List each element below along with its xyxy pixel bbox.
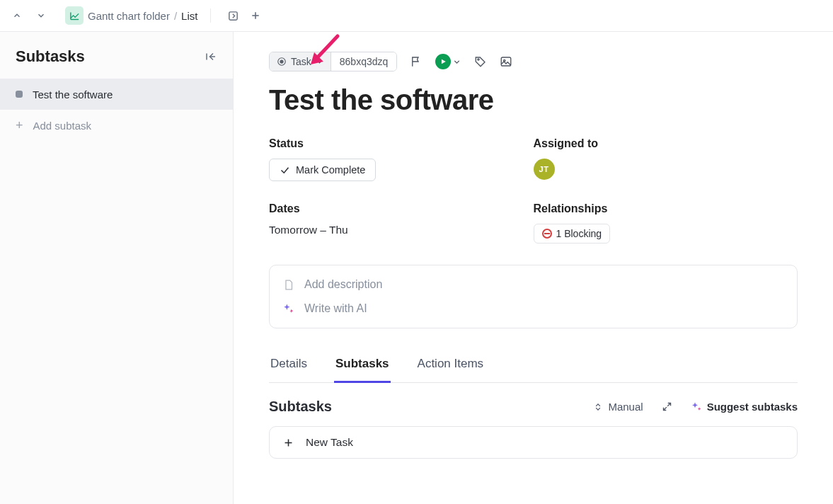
subtasks-sidebar: Subtasks Test the software + Add subtask — [0, 32, 234, 504]
new-task-label: New Task — [306, 436, 353, 449]
sidebar-item-label: Test the software — [33, 88, 113, 101]
task-type-dropdown[interactable]: Task — [270, 52, 331, 71]
field-assigned-to: Assigned to JT — [534, 137, 798, 181]
divider — [210, 8, 211, 23]
task-id[interactable]: 86bxq3dzq — [331, 52, 397, 71]
svg-point-8 — [280, 59, 283, 63]
breadcrumb-separator: / — [174, 10, 177, 22]
document-icon — [282, 279, 294, 291]
svg-marker-9 — [442, 59, 446, 64]
sidebar-item-test-the-software[interactable]: Test the software — [0, 79, 233, 110]
task-type-label: Task — [291, 56, 311, 67]
ai-sparkle-icon — [282, 303, 294, 315]
tag-icon[interactable] — [474, 55, 487, 68]
task-fields: Status Mark Complete Assigned to JT Date… — [269, 137, 798, 244]
time-tracking-button[interactable] — [435, 54, 461, 69]
field-status: Status Mark Complete — [269, 137, 534, 181]
task-title[interactable]: Test the software — [269, 84, 798, 116]
status-dot-icon — [16, 91, 23, 98]
collapse-sidebar-icon[interactable] — [205, 50, 217, 63]
field-dates: Dates Tomorrow – Thu — [269, 202, 534, 244]
mark-complete-button[interactable]: Mark Complete — [269, 159, 376, 181]
blocking-icon — [542, 229, 552, 239]
subtasks-actions: Manual Suggest subtasks — [593, 401, 798, 413]
task-panel: Task 86bxq3dzq — [234, 32, 833, 504]
top-bar: Gantt chart folder / List — [0, 0, 833, 32]
sort-label: Manual — [608, 401, 643, 413]
svg-rect-11 — [502, 57, 512, 66]
description-box: Add description Write with AI — [269, 265, 798, 328]
add-subtask-button[interactable]: + Add subtask — [0, 110, 233, 141]
subtasks-header: Subtasks Manual Suggest subtasks — [269, 399, 798, 415]
play-icon — [435, 54, 451, 69]
task-type-id-chip: Task 86bxq3dzq — [269, 52, 397, 71]
dates-value[interactable]: Tomorrow – Thu — [269, 224, 534, 236]
write-with-ai-label: Write with AI — [304, 302, 367, 315]
open-external-icon[interactable] — [224, 6, 242, 25]
subtasks-heading: Subtasks — [269, 399, 332, 415]
tab-subtasks[interactable]: Subtasks — [334, 357, 391, 383]
image-icon[interactable] — [500, 55, 512, 68]
suggest-subtasks-button[interactable]: Suggest subtasks — [691, 401, 798, 413]
blocking-chip[interactable]: 1 Blocking — [534, 224, 611, 244]
breadcrumb-current[interactable]: List — [181, 10, 197, 22]
suggest-label: Suggest subtasks — [707, 401, 798, 413]
relationships-label: Relationships — [534, 202, 798, 215]
sidebar-title: Subtasks — [16, 47, 85, 66]
chevron-down-icon[interactable] — [452, 57, 461, 67]
svg-point-10 — [478, 59, 479, 60]
status-label: Status — [269, 137, 534, 150]
add-description-row[interactable]: Add description — [275, 273, 791, 297]
folder-icon[interactable] — [65, 6, 84, 25]
tab-details[interactable]: Details — [269, 357, 309, 382]
expand-icon[interactable] — [662, 401, 672, 412]
blocking-text: 1 Blocking — [556, 228, 602, 239]
assignee-avatar[interactable]: JT — [534, 159, 555, 180]
breadcrumb[interactable]: Gantt chart folder / List — [88, 10, 197, 22]
add-description-label: Add description — [304, 278, 382, 291]
assigned-label: Assigned to — [534, 137, 798, 150]
field-relationships: Relationships 1 Blocking — [534, 202, 798, 244]
breadcrumb-folder[interactable]: Gantt chart folder — [88, 10, 170, 22]
nav-up-icon[interactable] — [7, 6, 27, 25]
dates-label: Dates — [269, 202, 534, 215]
task-toolbar: Task 86bxq3dzq — [269, 52, 798, 71]
sort-dropdown[interactable]: Manual — [593, 401, 643, 413]
add-tab-icon[interactable] — [246, 6, 265, 25]
add-subtask-label: Add subtask — [33, 120, 92, 132]
tab-action-items[interactable]: Action Items — [416, 357, 486, 382]
svg-rect-0 — [229, 11, 237, 19]
flag-icon[interactable] — [410, 55, 423, 68]
mark-complete-label: Mark Complete — [296, 164, 365, 176]
nav-down-icon[interactable] — [31, 6, 51, 25]
task-tabs: Details Subtasks Action Items — [269, 357, 798, 383]
new-task-button[interactable]: New Task — [269, 426, 798, 459]
write-with-ai-row[interactable]: Write with AI — [275, 297, 791, 321]
plus-icon: + — [16, 119, 23, 132]
